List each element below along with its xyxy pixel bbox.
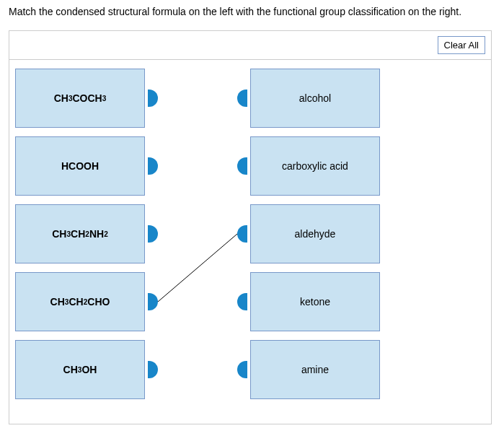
match-row: CH3COCH3alcohol	[15, 69, 485, 128]
group-card[interactable]: carboxylic acid	[250, 136, 380, 196]
connector-right[interactable]	[237, 225, 247, 243]
gap	[158, 302, 237, 302]
gap	[158, 370, 237, 370]
connector-right[interactable]	[237, 157, 247, 175]
group-card[interactable]: ketone	[250, 272, 380, 331]
formula-card[interactable]: CH3CH2CHO	[15, 272, 145, 331]
group-card[interactable]: alcohol	[250, 69, 380, 128]
connector-right[interactable]	[237, 90, 247, 107]
toolbar: Clear All	[9, 31, 491, 60]
group-card[interactable]: amine	[250, 340, 380, 399]
formula-card[interactable]: CH3CH2NH2	[15, 204, 145, 263]
match-row: CH3CH2NH2aldehyde	[15, 204, 485, 263]
connector-left[interactable]	[148, 157, 158, 175]
match-row: CH3CH2CHOketone	[15, 272, 485, 331]
connector-left[interactable]	[148, 361, 158, 378]
group-card[interactable]: aldehyde	[250, 204, 380, 263]
gap	[158, 166, 237, 167]
connector-left[interactable]	[148, 225, 158, 243]
match-frame: Clear All CH3COCH3alcoholHCOOHcarboxylic…	[9, 30, 492, 424]
connector-left[interactable]	[148, 90, 158, 107]
match-row: HCOOHcarboxylic acid	[15, 136, 485, 196]
connector-left[interactable]	[148, 293, 158, 310]
formula-card[interactable]: CH3OH	[15, 340, 145, 399]
gap	[158, 98, 237, 99]
match-zone: CH3COCH3alcoholHCOOHcarboxylic acidCH3CH…	[9, 60, 491, 424]
formula-card[interactable]: CH3COCH3	[15, 69, 145, 128]
gap	[158, 234, 237, 235]
formula-card[interactable]: HCOOH	[15, 136, 145, 196]
connector-right[interactable]	[237, 361, 247, 378]
connector-right[interactable]	[237, 293, 247, 310]
clear-all-button[interactable]: Clear All	[438, 36, 485, 54]
question-prompt: Match the condensed structural formula o…	[9, 6, 495, 17]
match-row: CH3OHamine	[15, 340, 485, 399]
